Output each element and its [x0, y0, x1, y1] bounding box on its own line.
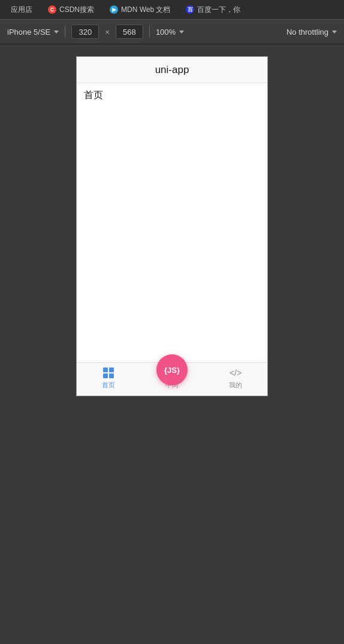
device-selector[interactable]: iPhone 5/SE [7, 28, 59, 37]
baidu-icon: 百 [186, 5, 194, 14]
center-js-label: {JS} [164, 366, 180, 375]
throttle-selector[interactable]: No throttling [286, 28, 337, 37]
grid-icon [103, 367, 114, 378]
tab-apps[interactable]: 应用店 [5, 1, 38, 18]
tab-csdn[interactable]: C CSDN搜索 [42, 1, 100, 18]
zoom-value: 100% [156, 28, 176, 37]
device-name: iPhone 5/SE [7, 28, 50, 37]
zoom-chevron-icon [179, 31, 184, 34]
csdn-icon: C [48, 5, 56, 14]
mine-icon-box: </> [227, 366, 244, 379]
tab-baidu[interactable]: 百 百度一下，你 [180, 1, 246, 18]
throttle-chevron-icon [332, 31, 337, 34]
mdn-icon: ▶ [110, 5, 118, 14]
tab-mine[interactable]: </> 我的 [204, 366, 267, 390]
throttle-value: No throttling [286, 28, 328, 37]
app-tabbar: 首页 {JS} 中间 </> 我的 [77, 362, 267, 396]
app-content: 首页 [77, 83, 267, 362]
mine-tab-label: 我的 [229, 381, 242, 390]
toolbar-separator-2 [149, 26, 150, 38]
code-icon: </> [230, 368, 242, 378]
toolbar-separator-1 [65, 26, 65, 38]
device-area: uni-app 首页 首页 {JS} [0, 44, 344, 644]
width-input[interactable] [71, 25, 99, 39]
device-chevron-icon [54, 31, 59, 34]
tab-middle[interactable]: {JS} 中间 [140, 366, 204, 390]
dimension-separator: × [105, 28, 110, 37]
tab-home[interactable]: 首页 [77, 366, 140, 390]
home-icon-box [100, 366, 117, 379]
browser-tabs-bar: 应用店 C CSDN搜索 ▶ MDN Web 文档 百 百度一下，你 [0, 0, 344, 19]
app-header: uni-app [77, 57, 267, 83]
home-tab-label: 首页 [102, 381, 115, 390]
page-label: 首页 [84, 90, 103, 100]
mobile-frame: uni-app 首页 首页 {JS} [76, 56, 268, 396]
app-title: uni-app [155, 64, 189, 76]
devtools-toolbar: iPhone 5/SE × 100% No throttling [0, 19, 344, 44]
zoom-selector[interactable]: 100% [156, 28, 184, 37]
tab-mdn[interactable]: ▶ MDN Web 文档 [104, 1, 176, 18]
center-js-button[interactable]: {JS} [156, 354, 188, 385]
height-input[interactable] [116, 25, 143, 39]
